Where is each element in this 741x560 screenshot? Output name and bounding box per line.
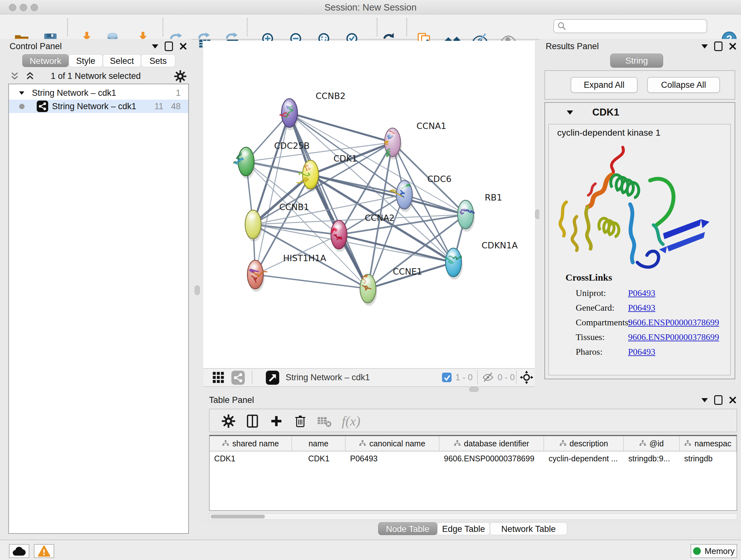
network-node-ccna1[interactable] bbox=[385, 128, 402, 160]
left-splitter-handle[interactable] bbox=[195, 286, 200, 295]
network-view[interactable]: CCNB2CCNA1CDC25BCDK1CDC6RB1CCNB1CCNA2CDK… bbox=[203, 41, 535, 368]
selected-checkbox-icon[interactable] bbox=[442, 373, 452, 382]
open-in-window-icon[interactable] bbox=[266, 371, 279, 385]
panel-menu-icon[interactable] bbox=[701, 44, 708, 49]
network-row[interactable]: String Network – cdk1 11 48 bbox=[9, 100, 188, 113]
results-panel-title: Results Panel bbox=[546, 42, 599, 51]
network-graph[interactable]: CCNB2CCNA1CDC25BCDK1CDC6RB1CCNB1CCNA2CDK… bbox=[203, 41, 535, 368]
expand-all-button[interactable]: Expand All bbox=[570, 77, 637, 93]
titlebar: Session: New Session bbox=[0, 0, 741, 14]
node-label-cdc25b: CDC25B bbox=[274, 141, 310, 151]
tab-style[interactable]: Style bbox=[69, 54, 103, 67]
table-settings-button[interactable] bbox=[219, 412, 238, 430]
add-column-button[interactable] bbox=[267, 412, 286, 430]
panel-float-icon[interactable] bbox=[714, 42, 723, 51]
column-header--id[interactable]: @id bbox=[624, 436, 680, 451]
network-node-cdkn1a[interactable] bbox=[445, 248, 463, 280]
network-node-cdk1[interactable] bbox=[297, 160, 320, 192]
network-share-badge-icon[interactable] bbox=[231, 371, 245, 385]
column-header-name[interactable]: name bbox=[292, 436, 346, 451]
column-header-namespac[interactable]: namespac bbox=[680, 436, 737, 451]
crosslink-row: Compartments:9606.ENSP00000378699 bbox=[576, 317, 726, 327]
selected-count: 1 - 0 bbox=[455, 373, 473, 382]
tab-sets[interactable]: Sets bbox=[141, 54, 175, 67]
column-header-description[interactable]: description bbox=[544, 436, 624, 451]
crosslink-value-link[interactable]: 9606.ENSP00000378699 bbox=[628, 332, 719, 342]
network-node-ccnb2[interactable] bbox=[280, 99, 299, 130]
column-header-canonical-name[interactable]: canonical name bbox=[346, 436, 440, 451]
column-header-shared-name[interactable]: shared name bbox=[210, 436, 292, 451]
tab-string[interactable]: String bbox=[610, 54, 663, 68]
panel-float-icon[interactable] bbox=[714, 395, 723, 405]
network-edge[interactable] bbox=[255, 113, 289, 274]
collapse-all-icon[interactable] bbox=[9, 71, 20, 81]
gear-icon[interactable] bbox=[174, 70, 186, 82]
column-header-database-identifier[interactable]: database identifier bbox=[440, 436, 544, 451]
warnings-button[interactable] bbox=[34, 544, 54, 558]
hidden-eye-slash-icon[interactable] bbox=[482, 372, 494, 383]
network-node-cdc25b[interactable] bbox=[233, 147, 255, 179]
tab-network-table[interactable]: Network Table bbox=[490, 522, 567, 535]
column-network-icon bbox=[454, 439, 461, 448]
table-cell[interactable]: 9606.ENSP00000378699 bbox=[440, 451, 544, 465]
search-input[interactable] bbox=[567, 21, 696, 31]
function-builder-button[interactable]: f(x) bbox=[337, 412, 365, 430]
entry-collapse-icon[interactable] bbox=[567, 111, 573, 115]
collapse-all-button[interactable]: Collapse All bbox=[647, 77, 720, 93]
node-table: shared namenamecanonical namedatabase id… bbox=[209, 435, 737, 511]
crosslinks-title: CrossLinks bbox=[565, 272, 612, 283]
delete-column-button[interactable] bbox=[291, 412, 310, 430]
network-node-hist1h1a[interactable] bbox=[247, 260, 267, 292]
collection-count: 1 bbox=[176, 88, 181, 98]
crosslink-value-link[interactable]: P06493 bbox=[628, 288, 656, 298]
tab-select[interactable]: Select bbox=[103, 54, 141, 67]
tree-expander-icon[interactable] bbox=[19, 91, 24, 95]
tab-node-table[interactable]: Node Table bbox=[378, 522, 437, 535]
delete-table-button[interactable] bbox=[315, 412, 333, 430]
network-node-rb1[interactable] bbox=[458, 200, 475, 232]
expand-all-icon[interactable] bbox=[24, 71, 36, 81]
crosslink-value-link[interactable]: P06493 bbox=[628, 347, 656, 357]
node-label-ccna2: CCNA2 bbox=[365, 213, 395, 223]
network-node-ccna2[interactable] bbox=[331, 220, 348, 252]
table-horizontal-scrollbar[interactable] bbox=[209, 513, 737, 520]
table-cell[interactable]: stringdb bbox=[680, 451, 737, 465]
scrollbar-thumb[interactable] bbox=[211, 515, 265, 518]
node-label-rb1: RB1 bbox=[485, 192, 502, 202]
crosslink-value-link[interactable]: P06493 bbox=[628, 303, 656, 313]
table-cell[interactable]: P06493 bbox=[346, 451, 440, 465]
panel-menu-icon[interactable] bbox=[701, 398, 708, 402]
cloud-status-button[interactable] bbox=[9, 544, 29, 558]
table-cell[interactable]: cyclin-dependent ... bbox=[544, 451, 624, 465]
network-edge[interactable] bbox=[255, 274, 368, 289]
memory-button[interactable]: Memory bbox=[690, 544, 737, 558]
network-label: String Network – cdk1 bbox=[52, 102, 136, 111]
crosslink-row: Pharos:P06493 bbox=[576, 347, 726, 357]
panel-close-icon[interactable] bbox=[729, 43, 737, 50]
horizontal-splitter-handle[interactable] bbox=[469, 387, 479, 392]
table-row[interactable]: CDK1CDK1P064939606.ENSP00000378699cyclin… bbox=[210, 451, 737, 465]
panel-close-icon[interactable] bbox=[729, 396, 737, 404]
tab-edge-table[interactable]: Edge Table bbox=[437, 522, 490, 535]
grid-view-icon[interactable] bbox=[212, 371, 225, 384]
control-panel: Control Panel NetworkStyleSelectSets 1 o… bbox=[0, 39, 192, 537]
protein-structure-image bbox=[555, 142, 726, 271]
network-node-ccne1[interactable] bbox=[360, 274, 377, 306]
column-label: database identifier bbox=[464, 439, 529, 448]
panel-close-icon[interactable] bbox=[179, 43, 187, 50]
column-label: @id bbox=[650, 439, 664, 448]
table-cell[interactable]: CDK1 bbox=[210, 451, 292, 465]
network-node-ccnb1[interactable] bbox=[245, 210, 262, 242]
search-field[interactable] bbox=[553, 19, 707, 33]
table-cell[interactable]: CDK1 bbox=[292, 451, 346, 465]
birds-eye-crosshair-icon[interactable] bbox=[520, 371, 533, 384]
crosslink-value-link[interactable]: 9606.ENSP00000378699 bbox=[628, 317, 719, 327]
show-columns-button[interactable] bbox=[243, 412, 262, 430]
panel-menu-icon[interactable] bbox=[152, 44, 158, 49]
network-edge[interactable] bbox=[253, 225, 339, 235]
panel-float-icon[interactable] bbox=[165, 42, 173, 51]
table-cell[interactable]: stringdb:9... bbox=[624, 451, 680, 465]
node-count: 11 bbox=[154, 102, 163, 111]
network-collection-row[interactable]: String Network – cdk1 1 bbox=[9, 86, 188, 100]
tab-network[interactable]: Network bbox=[22, 54, 69, 67]
